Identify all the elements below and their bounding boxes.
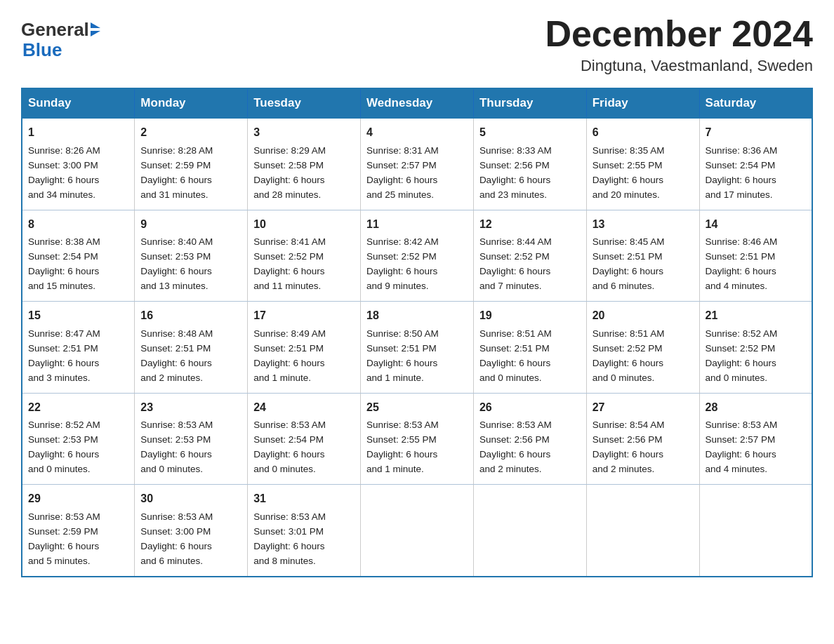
day-info: Daylight: 6 hours [593, 264, 694, 279]
day-info: Daylight: 6 hours [706, 448, 806, 462]
logo-blue-text: Blue [22, 40, 100, 60]
calendar-table: Sunday Monday Tuesday Wednesday Thursday… [21, 88, 813, 577]
day-info: and 2 minutes. [593, 462, 694, 477]
day-info: Sunrise: 8:29 AM [253, 144, 355, 159]
day-info: Sunrise: 8:44 AM [479, 235, 581, 250]
table-row: 20Sunrise: 8:51 AMSunset: 2:52 PMDayligh… [586, 302, 699, 393]
day-info: Daylight: 6 hours [28, 539, 128, 554]
table-row: 3Sunrise: 8:29 AMSunset: 2:58 PMDaylight… [248, 118, 361, 210]
day-info: Sunset: 3:00 PM [28, 159, 128, 173]
day-info: Sunset: 2:56 PM [479, 159, 581, 173]
day-info: Sunset: 2:53 PM [140, 250, 241, 264]
table-row: 8Sunrise: 8:38 AMSunset: 2:54 PMDaylight… [22, 210, 135, 301]
col-tuesday: Tuesday [248, 88, 361, 118]
day-info: and 1 minute. [366, 371, 468, 386]
day-info: Sunrise: 8:52 AM [706, 327, 806, 342]
day-info: Daylight: 6 hours [706, 173, 806, 188]
day-info: and 2 minutes. [479, 462, 581, 477]
day-info: Sunrise: 8:38 AM [28, 235, 128, 250]
day-info: and 8 minutes. [253, 554, 355, 569]
day-info: Daylight: 6 hours [28, 264, 128, 279]
table-row: 30Sunrise: 8:53 AMSunset: 3:00 PMDayligh… [135, 485, 248, 577]
day-info: Daylight: 6 hours [706, 356, 806, 371]
day-info: and 15 minutes. [28, 279, 128, 294]
col-sunday: Sunday [22, 88, 135, 118]
day-info: Sunrise: 8:53 AM [140, 510, 241, 525]
table-row: 4Sunrise: 8:31 AMSunset: 2:57 PMDaylight… [361, 118, 474, 210]
col-thursday: Thursday [473, 88, 586, 118]
table-row: 31Sunrise: 8:53 AMSunset: 3:01 PMDayligh… [248, 485, 361, 577]
day-info: Daylight: 6 hours [253, 448, 355, 462]
day-info: Sunset: 2:53 PM [28, 433, 128, 448]
day-info: Sunrise: 8:40 AM [140, 235, 241, 250]
day-info: and 23 minutes. [479, 188, 581, 203]
day-number: 16 [140, 307, 241, 325]
day-info: Sunset: 2:54 PM [28, 250, 128, 264]
day-info: Sunset: 2:59 PM [140, 159, 241, 173]
day-number: 5 [479, 124, 581, 142]
day-info: Daylight: 6 hours [593, 173, 694, 188]
table-row: 19Sunrise: 8:51 AMSunset: 2:51 PMDayligh… [473, 302, 586, 393]
day-info: Sunset: 2:51 PM [706, 250, 806, 264]
day-info: Sunset: 2:52 PM [366, 250, 468, 264]
day-info: and 20 minutes. [593, 188, 694, 203]
col-monday: Monday [135, 88, 248, 118]
table-row: 12Sunrise: 8:44 AMSunset: 2:52 PMDayligh… [473, 210, 586, 301]
day-info: Daylight: 6 hours [479, 448, 581, 462]
day-number: 17 [253, 307, 355, 325]
day-info: Sunrise: 8:53 AM [366, 418, 468, 433]
day-info: Sunset: 2:57 PM [706, 433, 806, 448]
table-row: 28Sunrise: 8:53 AMSunset: 2:57 PMDayligh… [699, 393, 812, 484]
day-info: Sunrise: 8:52 AM [28, 418, 128, 433]
calendar-header-row: Sunday Monday Tuesday Wednesday Thursday… [22, 88, 812, 118]
table-row: 2Sunrise: 8:28 AMSunset: 2:59 PMDaylight… [135, 118, 248, 210]
table-row: 10Sunrise: 8:41 AMSunset: 2:52 PMDayligh… [248, 210, 361, 301]
day-info: Sunrise: 8:33 AM [479, 144, 581, 159]
day-info: and 4 minutes. [706, 279, 806, 294]
day-info: Daylight: 6 hours [366, 356, 468, 371]
table-row: 23Sunrise: 8:53 AMSunset: 2:53 PMDayligh… [135, 393, 248, 484]
day-info: Sunset: 2:52 PM [593, 342, 694, 356]
day-info: Sunrise: 8:36 AM [706, 144, 806, 159]
day-info: Sunset: 2:51 PM [140, 342, 241, 356]
day-number: 4 [366, 124, 468, 142]
table-row [473, 485, 586, 577]
day-info: Sunrise: 8:53 AM [28, 510, 128, 525]
table-row: 6Sunrise: 8:35 AMSunset: 2:55 PMDaylight… [586, 118, 699, 210]
day-info: Sunset: 2:55 PM [593, 159, 694, 173]
day-info: Sunset: 2:52 PM [253, 250, 355, 264]
table-row [586, 485, 699, 577]
day-info: Daylight: 6 hours [28, 356, 128, 371]
day-info: Sunset: 2:54 PM [253, 433, 355, 448]
day-info: Sunset: 2:52 PM [479, 250, 581, 264]
day-info: Sunset: 2:57 PM [366, 159, 468, 173]
day-info: and 0 minutes. [253, 462, 355, 477]
day-info: and 31 minutes. [140, 188, 241, 203]
table-row: 29Sunrise: 8:53 AMSunset: 2:59 PMDayligh… [22, 485, 135, 577]
day-info: Daylight: 6 hours [366, 264, 468, 279]
day-info: Sunrise: 8:46 AM [706, 235, 806, 250]
day-info: and 17 minutes. [706, 188, 806, 203]
day-info: Sunrise: 8:26 AM [28, 144, 128, 159]
day-info: Sunrise: 8:49 AM [253, 327, 355, 342]
table-row: 13Sunrise: 8:45 AMSunset: 2:51 PMDayligh… [586, 210, 699, 301]
day-info: Sunrise: 8:35 AM [593, 144, 694, 159]
day-number: 28 [706, 399, 806, 417]
day-info: Sunrise: 8:28 AM [140, 144, 241, 159]
day-number: 26 [479, 399, 581, 417]
day-info: Sunrise: 8:47 AM [28, 327, 128, 342]
day-info: Daylight: 6 hours [140, 448, 241, 462]
month-title: December 2024 [545, 14, 813, 54]
day-info: and 3 minutes. [28, 371, 128, 386]
calendar-week-row: 22Sunrise: 8:52 AMSunset: 2:53 PMDayligh… [22, 393, 812, 484]
calendar-week-row: 8Sunrise: 8:38 AMSunset: 2:54 PMDaylight… [22, 210, 812, 301]
title-area: December 2024 Dingtuna, Vaestmanland, Sw… [545, 14, 813, 75]
day-info: Sunrise: 8:51 AM [593, 327, 694, 342]
day-info: Daylight: 6 hours [253, 356, 355, 371]
day-number: 3 [253, 124, 355, 142]
day-number: 27 [593, 399, 694, 417]
day-info: Sunset: 2:54 PM [706, 159, 806, 173]
day-info: Sunrise: 8:53 AM [253, 418, 355, 433]
day-info: and 34 minutes. [28, 188, 128, 203]
day-info: Daylight: 6 hours [593, 356, 694, 371]
